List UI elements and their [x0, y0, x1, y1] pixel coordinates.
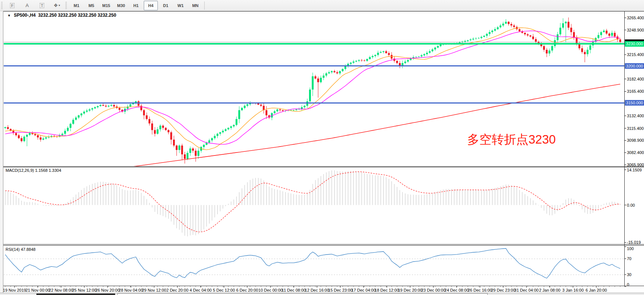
- candle-body: [459, 42, 461, 43]
- mt4-application: F A T ❖ ▾ M1M5M15M30H1H4D1W1MN 3265.4003…: [0, 0, 644, 295]
- candle-body: [315, 76, 316, 79]
- candle-body: [241, 108, 243, 110]
- price-tick-label: 3082.400: [627, 150, 644, 155]
- candle-body: [276, 109, 278, 111]
- time-axis-label: 18 Dec 12:00: [375, 288, 399, 292]
- candle-body: [151, 124, 153, 130]
- candle-body: [274, 111, 276, 113]
- candle-body: [138, 101, 140, 106]
- candle-body: [78, 115, 79, 118]
- candle-body: [562, 23, 564, 28]
- candle-body: [467, 40, 469, 41]
- timeframe-button-D1[interactable]: D1: [159, 1, 173, 10]
- time-axis-label: 6 Dec 20:00: [236, 288, 258, 292]
- text-box-icon[interactable]: T: [35, 1, 49, 10]
- candle-body: [524, 33, 526, 34]
- macd-panel[interactable]: [5, 170, 620, 236]
- candle-body: [4, 127, 6, 128]
- candle-body: [483, 36, 485, 37]
- candle-body: [559, 28, 561, 35]
- time-axis-label: 5 Dec 12:00: [213, 288, 235, 292]
- candle-body: [377, 53, 379, 55]
- time-axis-label: 12 Dec 16:00: [305, 288, 329, 292]
- chart-canvas[interactable]: 3265.4003248.9003215.4003182.4003165.400…: [0, 11, 644, 293]
- candle-body: [309, 89, 311, 101]
- time-axis-label: 6 Jan 20:00: [586, 288, 607, 292]
- candle-body: [410, 59, 412, 60]
- candle-body: [162, 126, 164, 128]
- candle-body: [100, 105, 101, 106]
- timeframe-button-M15[interactable]: M15: [99, 1, 113, 10]
- candle-body: [437, 46, 439, 47]
- toolbar-grip[interactable]: [1, 2, 3, 9]
- candle-body: [581, 48, 583, 52]
- candle-body: [170, 132, 172, 140]
- price-tick-label: 3115.400: [627, 126, 644, 131]
- candle-body: [491, 31, 493, 32]
- candle-body: [113, 105, 115, 106]
- timeframe-button-MN[interactable]: MN: [188, 1, 202, 10]
- candle-body: [108, 106, 110, 106]
- time-axis-label: 21 Nov 00:00: [26, 288, 50, 292]
- candle-body: [235, 119, 237, 125]
- candle-body: [81, 114, 82, 115]
- candle-body: [486, 34, 488, 36]
- dropdown-caret-icon[interactable]: ▾: [59, 4, 60, 7]
- candle-body: [530, 35, 531, 36]
- candle-body: [619, 39, 621, 42]
- candle-body: [478, 38, 479, 38]
- candle-body: [549, 50, 550, 53]
- chart-window[interactable]: 3265.4003248.9003215.4003182.4003165.400…: [0, 11, 644, 295]
- candle-body: [105, 106, 107, 106]
- timeframe-button-M30[interactable]: M30: [114, 1, 128, 10]
- candle-body: [565, 22, 567, 23]
- price-axis: 3265.4003248.9003215.4003182.4003165.400…: [624, 16, 644, 167]
- candle-body: [434, 47, 436, 49]
- rsi-panel[interactable]: [4, 249, 624, 278]
- time-axis-label: 25 Nov 12:00: [72, 288, 96, 292]
- toolbar-grip-2[interactable]: [65, 2, 67, 9]
- scrollbar-thumb[interactable]: [36, 294, 115, 295]
- candle-body: [97, 106, 99, 107]
- time-axis-label: 4 Dec 04:00: [190, 288, 212, 292]
- toolbar-separator: [204, 1, 205, 10]
- candle-body: [146, 115, 148, 119]
- candle-body: [328, 72, 330, 73]
- toolbar: F A T ❖ ▾ M1M5M15M30H1H4D1W1MN: [0, 0, 644, 11]
- candle-body: [83, 112, 85, 114]
- macd-axis: 14.15090.00-15.019: [624, 168, 642, 245]
- price-tick-label: 3065.900: [627, 163, 644, 167]
- candle-body: [69, 124, 71, 128]
- timeframe-button-W1[interactable]: W1: [173, 1, 188, 10]
- candle-body: [464, 41, 466, 42]
- candles[interactable]: [4, 17, 621, 164]
- candle-body: [342, 69, 344, 71]
- rsi-tick-label: 70: [627, 256, 631, 261]
- candle-body: [323, 76, 325, 78]
- candle-body: [481, 37, 482, 38]
- rsi-tick-label: 100: [627, 246, 634, 251]
- candle-body: [500, 26, 501, 27]
- timeframe-group: M1M5M15M30H1H4D1W1MN: [69, 1, 203, 10]
- timeframe-button-H4[interactable]: H4: [144, 1, 158, 10]
- candle-body: [306, 101, 308, 106]
- candle-body: [366, 59, 368, 61]
- horizontal-scrollbar[interactable]: [0, 293, 644, 295]
- candle-body: [195, 151, 196, 156]
- candle-body: [282, 110, 284, 111]
- timeframe-button-M1[interactable]: M1: [69, 1, 84, 10]
- candle-body: [75, 118, 77, 120]
- candle-body: [42, 138, 44, 140]
- timeframe-button-M5[interactable]: M5: [84, 1, 98, 10]
- candle-body: [167, 130, 169, 132]
- indicator-grid-icon[interactable]: F: [5, 1, 19, 10]
- cursor-style-icon[interactable]: ❖ ▾: [50, 1, 64, 10]
- candle-body: [334, 71, 335, 72]
- candle-body: [513, 26, 515, 27]
- text-label-icon[interactable]: A: [20, 1, 34, 10]
- timeframe-button-H1[interactable]: H1: [129, 1, 143, 10]
- price-level-box-label: 3150.000: [626, 101, 643, 105]
- candle-body: [355, 61, 357, 62]
- scrollbar-track-segment[interactable]: [117, 293, 488, 295]
- ma-slow-line: [5, 84, 620, 191]
